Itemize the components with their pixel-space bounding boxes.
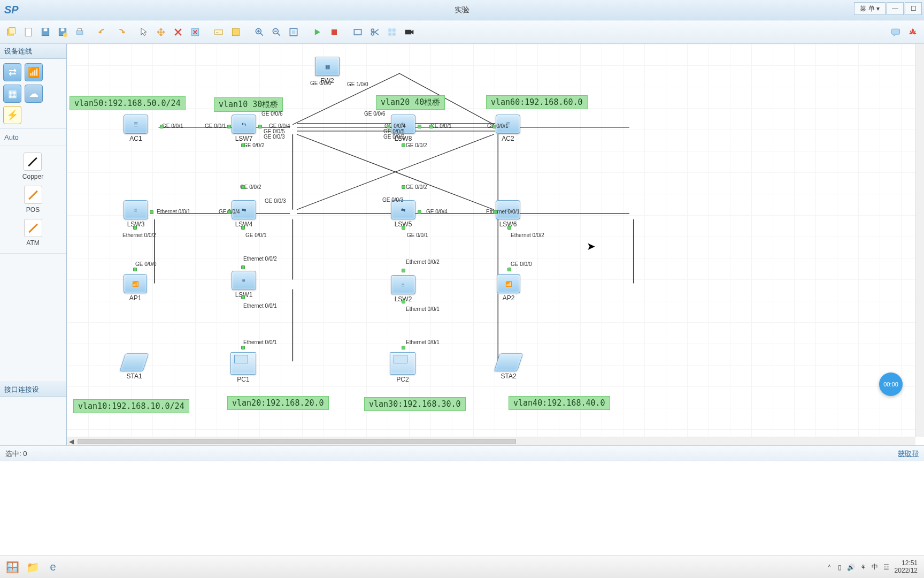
node-pc1[interactable]: PC1 — [230, 352, 256, 383]
start-icon[interactable] — [309, 24, 325, 40]
cable-atm[interactable]: ATM — [22, 217, 44, 249]
port-label: GE 0/0/0 — [511, 261, 532, 267]
node-lsw2[interactable]: ≡LSW2 — [391, 275, 415, 303]
menu-button[interactable]: 菜 单 ▾ — [854, 2, 886, 15]
note-vlan50[interactable]: vlan50:192.168.50.0/24 — [70, 96, 186, 110]
svg-rect-4 — [44, 28, 48, 31]
svg-rect-17 — [292, 30, 296, 34]
svg-rect-19 — [354, 29, 361, 35]
svg-rect-13 — [232, 28, 239, 35]
svg-rect-18 — [332, 29, 337, 35]
wlan-category-icon[interactable]: 📶 — [25, 63, 43, 81]
statusbar-help-link[interactable]: 获取帮 — [898, 449, 919, 459]
zoomin-icon[interactable] — [251, 24, 267, 40]
router-category-icon[interactable]: ⇄ — [3, 63, 21, 81]
tray-chevron-icon[interactable]: ＾ — [826, 562, 833, 572]
new-file-icon[interactable] — [20, 24, 36, 40]
zoomout-icon[interactable] — [268, 24, 284, 40]
auto-select[interactable]: Auto — [0, 128, 66, 146]
note-vlan10[interactable]: vlan10:192.168.10.0/24 — [73, 399, 189, 413]
cable-atm-icon — [24, 219, 42, 237]
main-area: 设备连线 ⇄ 📶 ▦ ☁ ⚡ Auto Copper POS ATM 接 — [0, 44, 924, 445]
node-pc2[interactable]: PC2 — [390, 352, 415, 383]
horizontal-scrollbar[interactable]: ◀ — [67, 437, 915, 445]
topology-canvas[interactable]: vlan50:192.168.50.0/24 vlan10 30根桥 vlan2… — [67, 44, 915, 437]
stop-icon[interactable] — [326, 24, 342, 40]
tray-volume-icon[interactable]: 🔊 — [847, 564, 855, 571]
port-label: Ethernet 0/0/1 — [406, 339, 440, 345]
chat-icon[interactable] — [888, 24, 904, 40]
pan-icon[interactable] — [153, 24, 169, 40]
taskbar-app2-icon[interactable]: 📁 — [24, 558, 42, 576]
taskbar-app3-icon[interactable]: e — [44, 558, 62, 576]
cloud-category-icon[interactable]: ☁ — [25, 85, 43, 103]
clear-icon[interactable] — [187, 24, 203, 40]
window-controls: 菜 单 ▾ — ☐ — [854, 2, 922, 15]
node-lsw5[interactable]: ⇆LSW5 — [391, 200, 415, 228]
cam-icon[interactable] — [401, 24, 417, 40]
delete-icon[interactable] — [170, 24, 186, 40]
text-icon[interactable]: ··· — [211, 24, 227, 40]
cable-pos[interactable]: POS — [22, 184, 44, 216]
new-topo-icon[interactable] — [3, 24, 19, 40]
save-icon[interactable] — [37, 24, 53, 40]
palette-icon[interactable] — [228, 24, 244, 40]
port-label: GE 0/0/3 — [265, 198, 286, 204]
port-label: Ethernet 0/0/1 — [243, 339, 277, 345]
note-vlan40[interactable]: vlan40:192.168.40.0 — [509, 396, 610, 410]
cable-list: Copper POS ATM — [0, 146, 66, 253]
port-label: GE 0/0/3 — [382, 197, 403, 203]
tray-wifi-icon[interactable]: ⚘ — [860, 564, 866, 571]
port-label: Ethernet 0/0/1 — [486, 209, 520, 215]
cursor-icon: ➤ — [587, 240, 594, 250]
hscroll-thumb[interactable] — [78, 439, 516, 444]
tray-kb-icon[interactable]: ☲ — [883, 564, 889, 571]
note-vlan20-root[interactable]: vlan20 40根桥 — [376, 95, 445, 110]
taskbar-clock[interactable]: 12:51 2022/12 — [895, 560, 921, 574]
print-icon[interactable] — [72, 24, 88, 40]
svg-rect-1 — [9, 27, 16, 34]
connection-category-icon[interactable]: ⚡ — [3, 106, 21, 124]
node-lsw7[interactable]: ⇆LSW7 — [232, 115, 256, 142]
undo-icon[interactable] — [95, 24, 111, 40]
taskbar-app1-icon[interactable]: 🪟 — [3, 558, 21, 576]
minimize-button[interactable]: — — [887, 2, 904, 15]
port-label: Ethernet 0/0/2 — [122, 232, 156, 238]
node-lsw3[interactable]: ≡LSW3 — [124, 200, 148, 228]
vertical-scrollbar[interactable] — [915, 44, 924, 437]
note-vlan20[interactable]: vlan20:192.168.20.0 — [227, 396, 329, 410]
firewall-category-icon[interactable]: ▦ — [3, 85, 21, 103]
pointer-icon[interactable] — [136, 24, 152, 40]
port-label: GE 0/0/2 — [406, 184, 427, 190]
note-vlan60[interactable]: vlan60:192.168.60.0 — [486, 95, 588, 109]
node-ap1[interactable]: 📶AP1 — [124, 274, 147, 302]
port-label: GE 0/0/0 — [310, 80, 331, 86]
grid-icon[interactable] — [384, 24, 400, 40]
maximize-button[interactable]: ☐ — [905, 2, 922, 15]
scroll-left-arrow[interactable]: ◀ — [67, 438, 75, 445]
note-vlan30[interactable]: vlan30:192.168.30.0 — [364, 397, 466, 411]
node-ap2[interactable]: 📶AP2 — [497, 274, 520, 302]
svg-rect-22 — [388, 28, 391, 32]
redo-icon[interactable] — [112, 24, 128, 40]
tray-ime[interactable]: 中 — [872, 562, 878, 572]
node-lsw1[interactable]: ≡LSW1 — [232, 271, 256, 299]
tray-network-icon[interactable]: ▯ — [838, 564, 842, 571]
scissors-icon[interactable] — [367, 24, 383, 40]
fit-icon[interactable] — [286, 24, 302, 40]
node-ac1[interactable]: ≣AC1 — [124, 115, 148, 142]
saveas-icon[interactable] — [55, 24, 71, 40]
app-logo: SP — [0, 4, 23, 16]
timer-badge[interactable]: 00:00 — [879, 372, 903, 396]
node-sta2[interactable]: STA2 — [497, 353, 520, 380]
svg-rect-26 — [892, 29, 900, 34]
cable-copper[interactable]: Copper — [20, 150, 45, 182]
node-sta1[interactable]: STA1 — [122, 353, 146, 380]
port-label: GE 0/0/1 — [407, 232, 428, 238]
main-toolbar: ··· — [0, 20, 924, 44]
note-vlan10-root[interactable]: vlan10 30根桥 — [214, 97, 283, 112]
capture-icon[interactable] — [350, 24, 366, 40]
huawei-logo-icon[interactable] — [905, 24, 921, 40]
svg-rect-9 — [78, 28, 82, 31]
statusbar: 选中: 0 获取帮 — [0, 445, 924, 461]
